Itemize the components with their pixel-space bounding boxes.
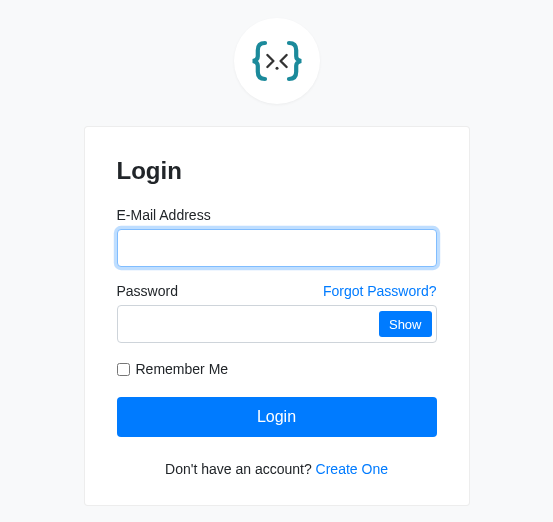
remember-label: Remember Me [136,361,229,377]
password-input-group: Show [117,305,437,343]
signup-footer: Don't have an account? Create One [117,461,437,477]
email-label: E-Mail Address [117,207,211,223]
braces-face-icon [247,31,307,91]
login-card: Login E-Mail Address Password Forgot Pas… [84,126,470,506]
create-account-link[interactable]: Create One [316,461,388,477]
signup-prompt: Don't have an account? [165,461,316,477]
remember-checkbox[interactable] [117,363,130,376]
email-group: E-Mail Address [117,207,437,267]
email-input[interactable] [117,229,437,267]
forgot-password-link[interactable]: Forgot Password? [323,283,437,299]
password-label: Password [117,283,178,299]
svg-point-0 [275,67,278,70]
remember-row: Remember Me [117,361,437,377]
app-logo [234,18,320,104]
page-title: Login [117,157,437,185]
login-button[interactable]: Login [117,397,437,437]
password-group: Password Forgot Password? Show [117,283,437,343]
show-password-button[interactable]: Show [379,311,432,337]
password-input[interactable] [118,306,379,342]
